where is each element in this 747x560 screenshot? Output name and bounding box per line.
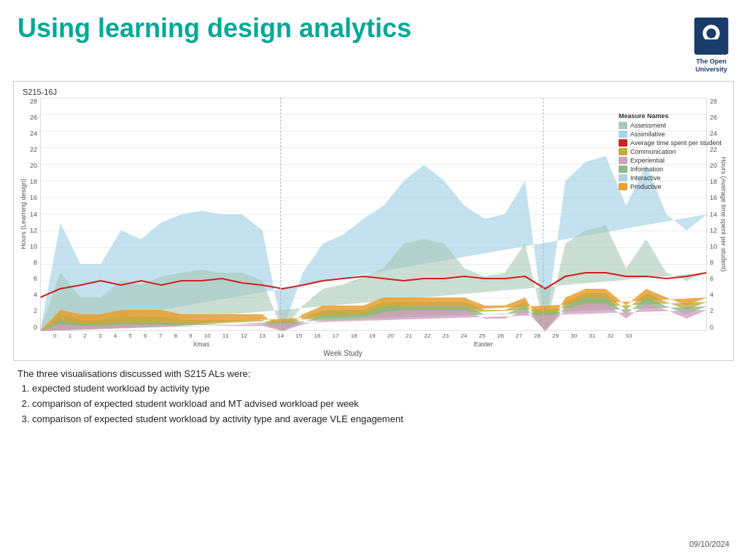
- chart-plot-area: [40, 98, 707, 331]
- x-label-xmas: Xmas: [193, 341, 209, 348]
- footer-item-3: comparison of expected student workload …: [32, 412, 729, 427]
- footer-text: The three visualisations discussed with …: [0, 361, 747, 430]
- legend-color-information: [619, 166, 627, 173]
- legend-item-assimilative: Assimilative: [619, 131, 721, 138]
- page-header: Using learning design analytics The Open…: [0, 0, 747, 81]
- chart-svg: [40, 98, 707, 331]
- chart-legend: Measure Names Assessment Assimilative Av…: [619, 112, 721, 192]
- footer-item-1: expected student workload by activity ty…: [32, 381, 729, 397]
- footer-intro: The three visualisations discussed with …: [18, 367, 729, 382]
- x-axis-title: Week Study: [53, 349, 632, 357]
- legend-item-experiential: Experiential: [619, 157, 721, 164]
- legend-label-communication: Communication: [630, 148, 676, 155]
- legend-label-assimilative: Assimilative: [630, 131, 665, 138]
- logo-text: The Open University: [695, 58, 727, 74]
- chart-container: S215-16J Hours (Learning design) 2826242…: [13, 81, 734, 361]
- legend-color-assessment: [619, 122, 627, 129]
- legend-item-information: Information: [619, 166, 721, 173]
- y-axis-left: 2826242220181614121086420: [30, 98, 40, 331]
- legend-item-assessment: Assessment: [619, 122, 721, 129]
- legend-label-information: Information: [630, 166, 663, 173]
- footer-list: expected student workload by activity ty…: [18, 381, 729, 427]
- ou-logo-icon: [693, 16, 729, 56]
- legend-label-assessment: Assessment: [630, 122, 666, 129]
- y-axis-left-label: Hours (Learning design): [20, 179, 27, 249]
- legend-item-interactive: Interactive: [619, 174, 721, 182]
- x-label-easter: Easter: [474, 341, 493, 348]
- logo: The Open University: [693, 16, 729, 74]
- legend-color-avg-time: [619, 139, 627, 147]
- legend-color-productive: [619, 183, 627, 190]
- legend-color-assimilative: [619, 131, 627, 138]
- page-title: Using learning design analytics: [18, 13, 411, 44]
- date-stamp: 09/10/2024: [689, 540, 729, 548]
- legend-title: Measure Names: [619, 112, 721, 120]
- legend-label-productive: Productive: [630, 183, 662, 190]
- legend-color-experiential: [619, 157, 627, 164]
- chart-id-label: S215-16J: [20, 88, 727, 96]
- legend-item-communication: Communication: [619, 148, 721, 155]
- legend-item-avg-time: Average time spent per student: [619, 139, 721, 147]
- x-axis-numbers: 01234567891011 1213141516171819202122232…: [53, 331, 632, 357]
- legend-label-experiential: Experiential: [630, 157, 665, 164]
- svg-point-2: [706, 28, 716, 38]
- footer-item-2: comparison of expected student workload …: [32, 397, 729, 412]
- legend-label-avg-time: Average time spent per student: [630, 139, 721, 147]
- legend-color-interactive: [619, 174, 627, 182]
- svg-rect-3: [704, 39, 719, 44]
- legend-color-communication: [619, 148, 627, 155]
- legend-label-interactive: Interactive: [630, 174, 661, 182]
- legend-item-productive: Productive: [619, 183, 721, 190]
